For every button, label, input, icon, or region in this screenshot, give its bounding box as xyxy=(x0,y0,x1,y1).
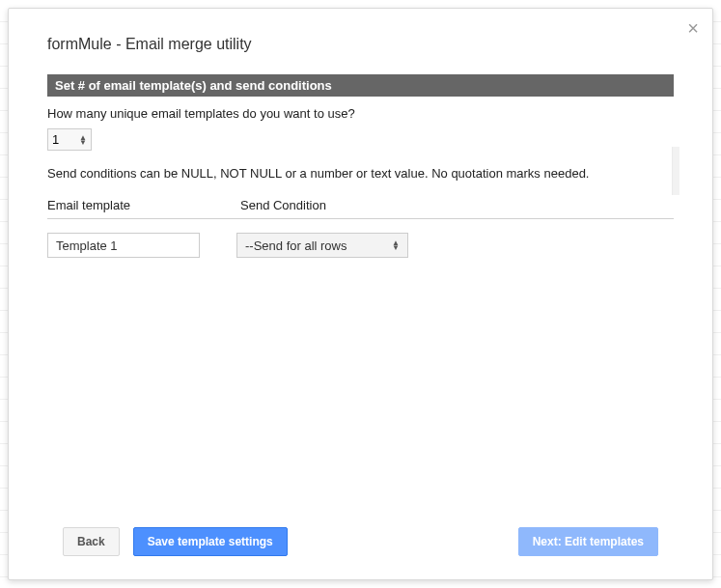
template-row: --Send for all rows ▲▼ xyxy=(47,233,674,258)
section-header: Set # of email template(s) and send cond… xyxy=(47,74,674,97)
back-button[interactable]: Back xyxy=(63,527,120,556)
condition-note: Send conditions can be NULL, NOT NULL or… xyxy=(47,166,674,181)
scrollbar-track[interactable] xyxy=(672,147,679,195)
column-header-condition: Send Condition xyxy=(240,198,674,212)
template-count-select[interactable]: 1 ▲▼ xyxy=(47,128,92,151)
send-condition-value: --Send for all rows xyxy=(245,238,347,253)
dialog-title: formMule - Email merge utility xyxy=(47,36,674,53)
dropdown-arrows-icon: ▲▼ xyxy=(392,240,400,250)
stepper-arrows-icon: ▲▼ xyxy=(79,135,87,145)
save-button[interactable]: Save template settings xyxy=(133,527,288,556)
column-header-template: Email template xyxy=(47,198,240,212)
template-name-input[interactable] xyxy=(47,233,200,258)
template-count-value: 1 xyxy=(52,132,59,147)
close-icon[interactable]: × xyxy=(687,18,699,38)
content-area: Set # of email template(s) and send cond… xyxy=(47,74,674,258)
column-headers: Email template Send Condition xyxy=(47,198,674,219)
next-button[interactable]: Next: Edit templates xyxy=(518,527,658,556)
modal-dialog: × formMule - Email merge utility Set # o… xyxy=(8,8,713,580)
send-condition-select[interactable]: --Send for all rows ▲▼ xyxy=(236,233,408,258)
button-bar: Back Save template settings Next: Edit t… xyxy=(63,527,658,556)
template-count-prompt: How many unique email templates do you w… xyxy=(47,106,674,121)
